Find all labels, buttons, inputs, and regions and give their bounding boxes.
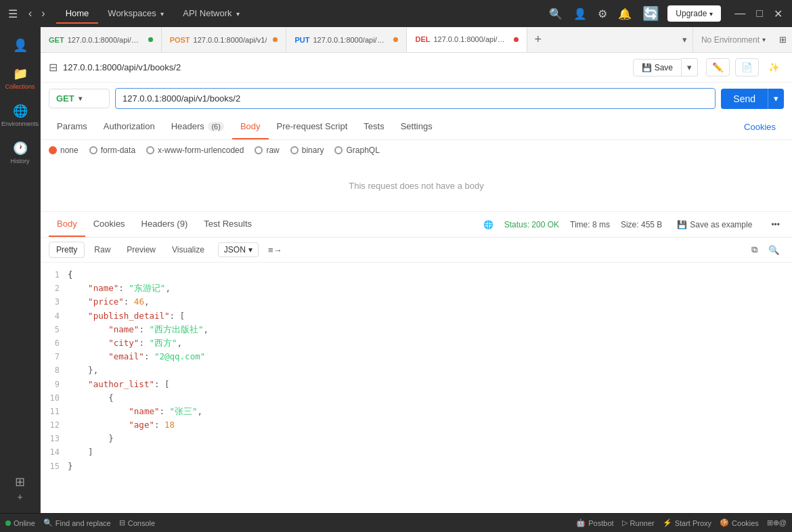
nav-back-button[interactable]: ‹ [24,5,36,22]
request-tab-del[interactable]: DEL 127.0.0.1:8000/api/v1/b [407,28,527,53]
code-line: 13 } [41,432,792,445]
code-line: 2 "name": "东游记", [41,282,792,295]
environments-label: Environments [1,120,39,127]
body-type-binary[interactable]: binary [290,146,324,155]
wrap-icon[interactable]: ≡→ [264,242,286,258]
add-collaborator-icon[interactable]: 👤 [571,5,590,23]
body-type-raw[interactable]: raw [255,146,279,155]
view-preview-button[interactable]: Preview [120,242,162,257]
tab-tests[interactable]: Tests [355,114,392,139]
view-raw-button[interactable]: Raw [87,242,117,257]
line-number: 11 [41,405,68,418]
environment-selector[interactable]: No Environment ▾ [692,27,774,52]
search-button[interactable]: 🔍 [764,242,784,258]
add-tab-button[interactable]: + [527,32,548,47]
add-workspace-icon: + [17,491,22,502]
save-button[interactable]: 💾 Save [633,59,682,76]
body-type-graphql[interactable]: GraphQL [334,146,379,155]
request-tab-put[interactable]: PUT 127.0.0.1:8000/api/v1/b [286,27,407,52]
method-select[interactable]: GET ▾ [49,89,110,108]
notifications-icon[interactable]: 🔔 [615,5,634,23]
runner-button[interactable]: ▷ Runner [622,518,655,527]
cookies-button[interactable]: Cookies [736,115,784,139]
response-more-button[interactable]: ••• [767,217,784,232]
console-button[interactable]: ⊟ Console [119,518,155,527]
tab-workspaces[interactable]: Workspaces ▾ [98,4,173,24]
tab-headers[interactable]: Headers (6) [163,114,232,139]
tab-body[interactable]: Body [232,114,269,139]
tab-params[interactable]: Params [49,114,95,139]
line-content: "price": 46, [68,295,792,309]
sidebar-item-environments[interactable]: 🌐 Environments [0,98,40,133]
extra-status[interactable]: ⊞⊕@ [767,518,787,527]
none-radio [49,146,57,154]
tab-home[interactable]: Home [56,4,99,24]
method-label: PUT [294,36,309,44]
nav-controls: ‹ › [24,5,49,22]
send-button[interactable]: Send [721,89,768,109]
response-tab-headers[interactable]: Headers (9) [133,212,196,237]
method-label: DEL [415,35,430,43]
tab-api-network[interactable]: API Network ▾ [173,4,249,24]
settings-icon[interactable]: ⚙ [595,5,610,23]
format-selector[interactable]: JSON ▾ [218,242,259,257]
view-visualize-button[interactable]: Visualize [165,242,211,257]
more-tabs-button[interactable]: ▾ [677,35,692,45]
docs-button[interactable]: 📄 [735,58,759,76]
save-dropdown-button[interactable]: ▾ [682,58,698,76]
magic-wand-button[interactable]: ✨ [764,59,784,76]
body-type-none[interactable]: none [49,146,79,155]
response-toolbar: Pretty Raw Preview Visualize JSON ▾ ≡→ ⧉… [41,238,792,263]
request-options-tabs: Params Authorization Headers (6) Body Pr… [41,114,792,140]
find-replace-button[interactable]: 🔍 Find and replace [43,518,111,527]
request-tab-post[interactable]: POST 127.0.0.1:8000/api/v1/ [162,27,287,52]
response-tab-test-results[interactable]: Test Results [196,212,260,237]
code-line: 1{ [41,268,792,282]
menu-icon[interactable]: ☰ [5,5,20,23]
save-icon: 💾 [642,63,652,72]
code-line: 10 { [41,391,792,405]
sidebar-item-collections[interactable]: 📁 Collections [0,61,40,95]
sidebar-item-user[interactable]: 👤 [0,32,40,58]
response-tab-body[interactable]: Body [49,212,85,237]
tab-url: 127.0.0.1:8000/api/v1/b [68,36,142,44]
online-status[interactable]: Online [5,519,35,527]
postbot-button[interactable]: 🤖 Postbot [576,518,613,527]
layout-grid-icon[interactable]: ⊞ [774,35,792,45]
edit-button[interactable]: ✏️ [706,58,730,76]
cookies-status-button[interactable]: 🍪 Cookies [720,518,759,527]
api-network-arrow-icon: ▾ [236,10,240,18]
nav-forward-button[interactable]: › [37,5,49,22]
request-panel: ⊟ 127.0.0.1:8000/api/v1/books/2 💾 Save ▾… [41,53,792,83]
upgrade-button[interactable]: Upgrade ▾ [667,5,721,22]
proxy-icon: ⚡ [663,518,672,527]
request-tab-get[interactable]: GET 127.0.0.1:8000/api/v1/b [41,27,162,52]
copy-button[interactable]: ⧉ [747,242,762,258]
tab-pre-request-script[interactable]: Pre-request Script [269,114,356,139]
start-proxy-button[interactable]: ⚡ Start Proxy [663,518,711,527]
line-number: 1 [41,269,68,282]
url-input[interactable] [115,88,716,109]
tab-settings[interactable]: Settings [393,114,441,139]
code-line: 4 "publish_detail": [ [41,309,792,323]
send-dropdown-button[interactable]: ▾ [768,89,784,109]
sidebar-item-grid[interactable]: ⊞ + [12,469,28,508]
response-status-bar: 🌐 Status: 200 OK Time: 8 ms Size: 455 B … [483,217,784,232]
line-number: 14 [41,446,68,459]
response-tab-cookies[interactable]: Cookies [85,212,133,237]
line-number: 7 [41,351,68,363]
tab-authorization[interactable]: Authorization [95,114,163,139]
window-controls: — □ ✕ [730,6,787,22]
save-as-example-button[interactable]: 💾 Save as example [673,217,756,232]
sidebar-item-history[interactable]: 🕐 History [0,135,40,170]
maximize-button[interactable]: □ [752,6,767,22]
close-button[interactable]: ✕ [770,6,787,22]
titlebar-tabs: Home Workspaces ▾ API Network ▾ [56,4,249,24]
view-pretty-button[interactable]: Pretty [49,242,85,258]
line-number: 9 [41,378,68,391]
search-icon[interactable]: 🔍 [546,5,565,23]
body-type-urlencoded[interactable]: x-www-form-urlencoded [146,146,244,155]
minimize-button[interactable]: — [730,6,749,22]
no-body-message: This request does not have a body [41,160,792,212]
body-type-form-data[interactable]: form-data [89,146,135,155]
